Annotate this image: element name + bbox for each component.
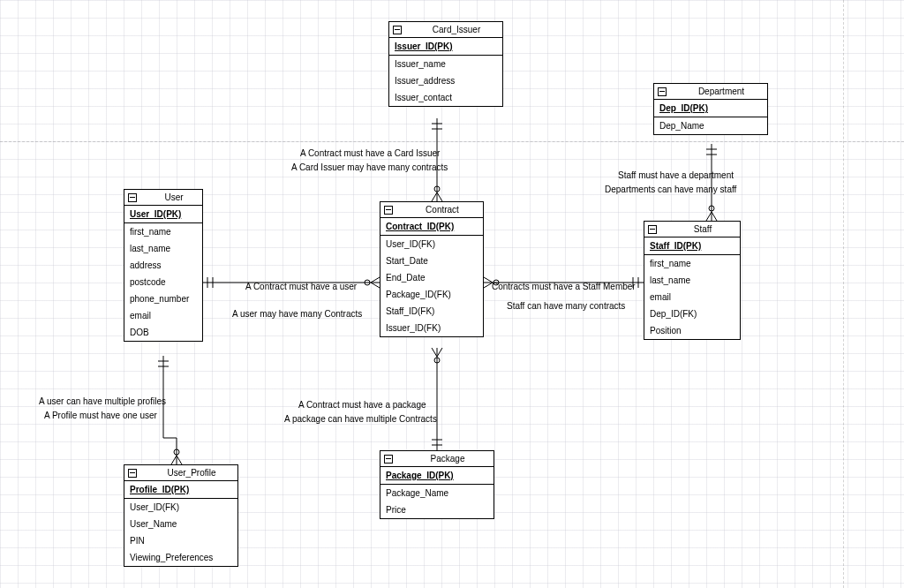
entity-card-issuer[interactable]: Card_Issuer Issuer_ID(PK) Issuer_name Is…	[388, 21, 503, 107]
entity-attr: Issuer_contact	[389, 89, 502, 106]
entity-user[interactable]: User User_ID(PK) first_name last_name ad…	[124, 189, 203, 342]
entity-attr: Start_Date	[380, 253, 483, 269]
entity-attr: Position	[644, 322, 740, 339]
entity-attr: first_name	[124, 223, 202, 240]
svg-line-33	[171, 456, 177, 464]
collapse-icon[interactable]	[658, 87, 667, 96]
entity-attr: address	[124, 257, 202, 274]
entity-attr: User_ID(FK)	[380, 236, 483, 253]
svg-point-15	[709, 206, 714, 211]
entity-pk: Dep_ID(PK)	[654, 100, 767, 117]
rel-label: Staff can have many contracts	[507, 300, 625, 313]
rel-label: A Card Issuer may have many contracts	[291, 162, 448, 174]
entity-attr: Issuer_address	[389, 72, 502, 89]
entity-attr: User_ID(FK)	[124, 499, 237, 516]
entity-user-profile[interactable]: User_Profile Profile_ID(PK) User_ID(FK) …	[124, 464, 238, 567]
collapse-icon[interactable]	[384, 455, 393, 464]
svg-point-35	[174, 449, 179, 455]
collapse-icon[interactable]	[648, 225, 657, 234]
entity-attr: PIN	[124, 532, 237, 549]
entity-attr: Staff_ID(FK)	[380, 303, 483, 320]
entity-attr: User_Name	[124, 516, 237, 532]
rel-label: A Profile must have one user	[44, 410, 157, 422]
entity-attr: email	[124, 307, 202, 324]
collapse-icon[interactable]	[384, 206, 393, 215]
entity-title: User	[142, 192, 199, 202]
rel-label: Contracts must have a Staff Member	[492, 281, 636, 293]
rel-label: Staff must have a department	[618, 170, 734, 182]
rel-label: A Contract must have a user	[245, 281, 357, 293]
svg-line-28	[432, 348, 437, 357]
svg-line-13	[706, 212, 712, 221]
entity-pk: Contract_ID(PK)	[380, 218, 483, 236]
entity-package[interactable]: Package Package_ID(PK) Package_Name Pric…	[380, 450, 494, 519]
entity-department[interactable]: Department Dep_ID(PK) Dep_Name	[653, 83, 768, 135]
guide-hline	[0, 141, 904, 142]
entity-attr: first_name	[644, 255, 740, 272]
entity-title: Card_Issuer	[407, 25, 499, 34]
rel-label: A Contract must have a Card Issuer	[300, 147, 440, 160]
entity-pk: Issuer_ID(PK)	[389, 38, 502, 56]
entity-pk: Staff_ID(PK)	[644, 237, 740, 255]
entity-pk: User_ID(PK)	[124, 206, 202, 223]
rel-label: A Contract must have a package	[298, 399, 426, 411]
entity-attr: Viewing_Preferences	[124, 549, 237, 566]
entity-attr: Price	[380, 501, 493, 518]
svg-line-19	[371, 283, 380, 288]
entity-title: User_Profile	[142, 468, 234, 478]
entity-pk: Profile_ID(PK)	[124, 481, 237, 499]
entity-attr: last_name	[644, 272, 740, 289]
entity-title: Package	[398, 454, 490, 464]
svg-line-34	[177, 456, 182, 464]
guide-vline	[843, 0, 844, 588]
svg-line-18	[371, 277, 380, 283]
entity-attr: Package_ID(FK)	[380, 286, 483, 303]
entity-pk: Package_ID(PK)	[380, 467, 493, 485]
collapse-icon[interactable]	[128, 193, 137, 202]
entity-attr: Issuer_name	[389, 56, 502, 72]
entity-attr: phone_number	[124, 290, 202, 307]
svg-point-30	[434, 358, 440, 363]
entity-title: Department	[672, 87, 764, 96]
rel-label: A package can have multiple Contracts	[284, 413, 437, 426]
svg-point-10	[434, 186, 440, 192]
rel-label: A user may have many Contracts	[232, 308, 362, 320]
entity-attr: last_name	[124, 240, 202, 257]
rel-label: A user can have multiple profiles	[39, 396, 166, 408]
collapse-icon[interactable]	[393, 26, 402, 34]
svg-line-29	[437, 348, 442, 357]
entity-attr: Package_Name	[380, 485, 493, 501]
entity-attr: Dep_ID(FK)	[644, 305, 740, 322]
entity-attr: postcode	[124, 274, 202, 290]
svg-line-9	[437, 192, 442, 201]
entity-title: Contract	[398, 205, 479, 215]
svg-line-8	[432, 192, 437, 201]
entity-staff[interactable]: Staff Staff_ID(PK) first_name last_name …	[644, 221, 741, 340]
entity-attr: End_Date	[380, 269, 483, 286]
entity-contract[interactable]: Contract Contract_ID(PK) User_ID(FK) Sta…	[380, 201, 484, 337]
entity-attr: Dep_Name	[654, 117, 767, 134]
collapse-icon[interactable]	[128, 469, 137, 478]
rel-label: Departments can have many staff	[605, 184, 736, 196]
entity-attr: Issuer_ID(FK)	[380, 320, 483, 336]
entity-title: Staff	[662, 224, 736, 234]
entity-attr: email	[644, 289, 740, 305]
svg-line-14	[712, 212, 717, 221]
svg-point-20	[365, 280, 370, 285]
entity-attr: DOB	[124, 324, 202, 341]
